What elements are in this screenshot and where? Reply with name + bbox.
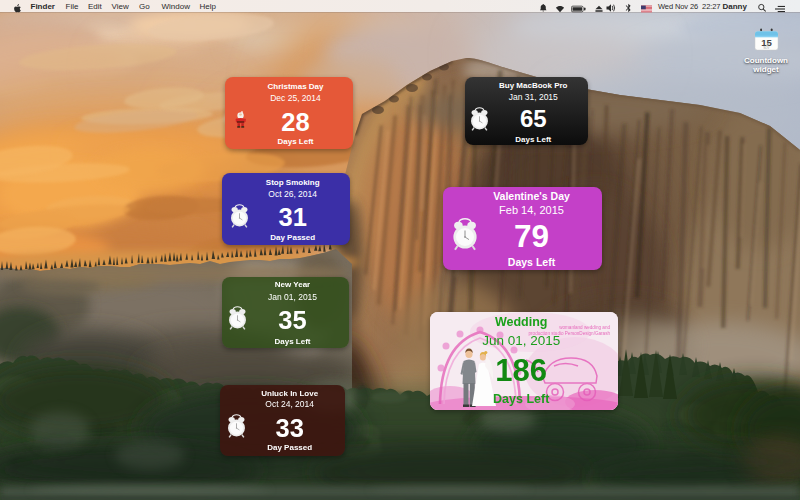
svg-text:NOV: NOV [763,46,769,50]
